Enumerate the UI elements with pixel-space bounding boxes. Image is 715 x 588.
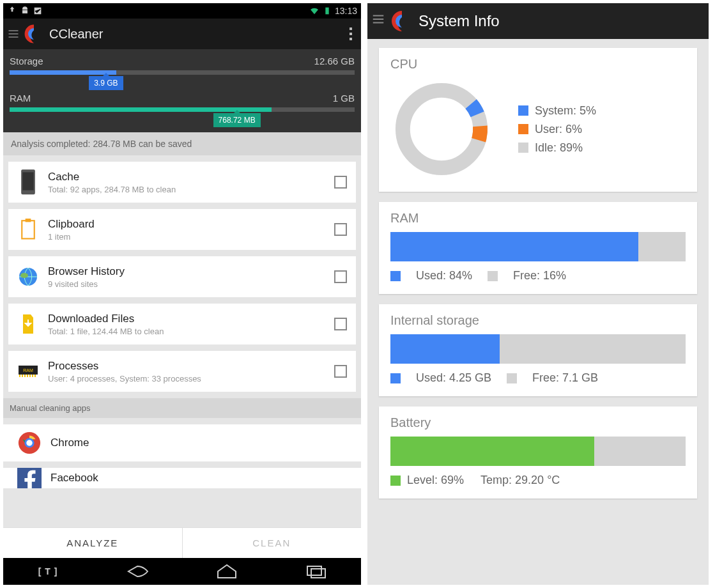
item-title: Downloaded Files bbox=[48, 313, 325, 325]
ram-hbar bbox=[390, 232, 686, 261]
ram-heading: RAM bbox=[390, 211, 686, 226]
drawer-icon[interactable] bbox=[7, 19, 21, 49]
drawer-icon[interactable] bbox=[371, 12, 385, 30]
storage-total: 12.66 GB bbox=[314, 56, 355, 66]
list-item-processes[interactable]: RAM ProcessesUser: 4 processes, System: … bbox=[8, 351, 356, 392]
legend-swatch-icon bbox=[507, 373, 517, 383]
legend-swatch-icon bbox=[390, 476, 401, 486]
item-sub: 9 visited sites bbox=[48, 279, 325, 289]
item-title: Clipboard bbox=[48, 218, 325, 231]
checkbox[interactable] bbox=[334, 318, 347, 330]
storage-bar-fill bbox=[10, 70, 116, 75]
app-title: CCleaner bbox=[49, 27, 344, 42]
home-icon[interactable] bbox=[208, 563, 246, 580]
manual-app-facebook[interactable]: Facebook bbox=[3, 468, 361, 488]
svg-rect-0 bbox=[325, 8, 328, 15]
storage-hbar bbox=[390, 334, 686, 364]
svg-point-15 bbox=[403, 90, 480, 167]
phone-right: System Info CPU System: 5% User: 6% Idle… bbox=[367, 3, 709, 585]
battery-hbar bbox=[390, 437, 686, 466]
storage-label: Storage bbox=[10, 56, 43, 66]
ram-bar-fill bbox=[10, 107, 272, 112]
svg-point-6 bbox=[20, 273, 28, 278]
legend-swatch-icon bbox=[518, 105, 528, 116]
legend-swatch-icon bbox=[518, 143, 528, 153]
storage-card: Internal storage Used: 4.25 GB Free: 7.1… bbox=[379, 304, 697, 396]
system-info-cards: CPU System: 5% User: 6% Idle: 89% RAM Us… bbox=[367, 39, 709, 507]
ram-total: 1 GB bbox=[333, 93, 355, 104]
manual-app-title: Chrome bbox=[50, 437, 89, 449]
item-title: Browser History bbox=[48, 265, 325, 278]
facebook-icon bbox=[17, 468, 42, 488]
wifi-icon bbox=[309, 6, 319, 16]
legend-swatch-icon bbox=[488, 271, 498, 281]
svg-rect-2 bbox=[22, 173, 33, 190]
ram-card: RAM Used: 84% Free: 16% bbox=[379, 202, 697, 294]
manual-app-chrome[interactable]: Chrome bbox=[3, 424, 361, 461]
list-item-browser-history[interactable]: Browser History9 visited sites bbox=[8, 256, 356, 297]
chrome-icon bbox=[17, 431, 42, 455]
legend-swatch-icon bbox=[518, 124, 528, 134]
ram-used-label: Used: 84% bbox=[416, 269, 472, 282]
phone-left: 13:13 CCleaner Storage 12.66 GB 3.9 GB R… bbox=[3, 3, 361, 585]
overflow-menu-icon[interactable] bbox=[344, 27, 357, 40]
page-title: System Info bbox=[419, 12, 500, 30]
battery-hbar-fill bbox=[390, 437, 594, 466]
bottom-action-bar: ANALYZE CLEAN bbox=[3, 527, 361, 558]
download-file-icon bbox=[17, 311, 39, 337]
analyze-button[interactable]: ANALYZE bbox=[3, 528, 182, 558]
battery-card: Battery Level: 69% Temp: 29.20 °C bbox=[379, 406, 697, 499]
analysis-banner: Analysis completed: 284.78 MB can be sav… bbox=[3, 132, 361, 155]
svg-rect-14 bbox=[311, 569, 325, 578]
cpu-card: CPU System: 5% User: 6% Idle: 89% bbox=[379, 48, 697, 192]
android-status-bar: 13:13 bbox=[3, 3, 361, 19]
ram-hbar-fill bbox=[390, 232, 638, 261]
manual-app-title: Facebook bbox=[50, 472, 98, 484]
svg-rect-3 bbox=[22, 220, 34, 238]
ram-used-tag: 768.72 MB bbox=[213, 113, 261, 127]
svg-rect-4 bbox=[26, 219, 31, 222]
checkbox[interactable] bbox=[334, 223, 347, 236]
item-title: Cache bbox=[48, 171, 325, 183]
cpu-heading: CPU bbox=[390, 57, 686, 72]
recent-apps-icon[interactable] bbox=[297, 563, 335, 580]
item-title: Processes bbox=[48, 360, 325, 373]
storage-used-tag: 3.9 GB bbox=[89, 76, 123, 90]
storage-heading: Internal storage bbox=[390, 313, 686, 328]
legend-label: User: 6% bbox=[535, 123, 582, 136]
checkbox[interactable] bbox=[334, 176, 347, 189]
item-sub: Total: 92 apps, 284.78 MB to clean bbox=[48, 185, 325, 194]
storage-hbar-fill bbox=[390, 334, 500, 364]
clean-button[interactable]: CLEAN bbox=[182, 528, 362, 558]
checkbox[interactable] bbox=[334, 365, 347, 378]
checkbox[interactable] bbox=[334, 270, 347, 283]
status-time: 13:13 bbox=[335, 6, 357, 16]
list-item-cache[interactable]: CacheTotal: 92 apps, 284.78 MB to clean bbox=[8, 162, 356, 203]
ram-chip-icon: RAM bbox=[17, 359, 39, 384]
storage-bar: 3.9 GB bbox=[10, 70, 355, 75]
cpu-legend: System: 5% User: 6% Idle: 89% bbox=[518, 104, 596, 155]
storage-used-label: Used: 4.25 GB bbox=[416, 371, 491, 385]
svg-text:RAM: RAM bbox=[23, 368, 33, 373]
upload-icon bbox=[7, 6, 17, 16]
cpu-donut-chart bbox=[390, 78, 493, 180]
item-sub: Total: 1 file, 124.44 MB to clean bbox=[48, 327, 325, 336]
legend-swatch-icon bbox=[390, 373, 401, 383]
android-icon bbox=[20, 6, 30, 16]
svg-rect-13 bbox=[307, 566, 321, 575]
clipboard-icon bbox=[17, 217, 39, 242]
ram-free-label: Free: 16% bbox=[513, 269, 566, 282]
android-nav-bar: [ T ] bbox=[3, 558, 361, 585]
manual-cleaning-header: Manual cleaning apps bbox=[3, 398, 361, 418]
system-info-titlebar: System Info bbox=[367, 3, 709, 39]
keyboard-toggle-icon[interactable]: [ T ] bbox=[29, 563, 67, 580]
check-icon bbox=[33, 6, 43, 16]
battery-temp-label: Temp: 29.20 °C bbox=[481, 474, 560, 487]
list-item-downloaded-files[interactable]: Downloaded FilesTotal: 1 file, 124.44 MB… bbox=[8, 304, 356, 344]
app-bar: CCleaner bbox=[3, 19, 361, 49]
list-item-clipboard[interactable]: Clipboard1 item bbox=[8, 209, 356, 250]
legend-swatch-icon bbox=[390, 271, 401, 281]
item-sub: 1 item bbox=[48, 232, 325, 242]
battery-heading: Battery bbox=[390, 415, 686, 430]
back-icon[interactable] bbox=[118, 563, 157, 580]
